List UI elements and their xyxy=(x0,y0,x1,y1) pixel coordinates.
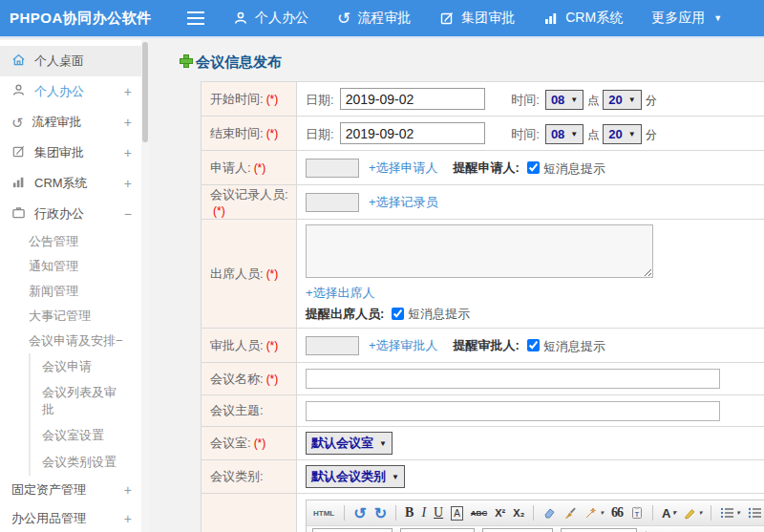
sidebar-item-crm[interactable]: CRM系统 + xyxy=(0,168,141,199)
sidebar-item-news[interactable]: 新闻管理 xyxy=(0,279,141,304)
superscript-button[interactable]: X² xyxy=(495,507,505,519)
sidebar-item-meeting-apply-arrange[interactable]: 会议申请及安排− xyxy=(0,329,141,353)
approver-sms-checkbox[interactable] xyxy=(527,339,540,351)
required-mark: (*) xyxy=(213,204,225,218)
sidebar-scrollbar[interactable] xyxy=(141,40,149,532)
attendees-textarea[interactable] xyxy=(306,224,653,278)
expand-plus-icon[interactable]: + xyxy=(124,482,132,498)
chart-icon xyxy=(543,11,559,26)
font-color-button[interactable]: A▾ xyxy=(662,506,676,521)
sidebar-item-meeting-apply[interactable]: 会议申请 xyxy=(31,353,141,380)
underline-button[interactable]: U xyxy=(434,505,443,521)
char-border-button[interactable]: A xyxy=(451,506,463,521)
top-bar: PHPOA协同办公软件 个人办公 ↺ 流程审批 集团审批 CRM系统 更多应用 … xyxy=(0,0,764,38)
expand-plus-icon[interactable]: + xyxy=(124,115,132,130)
strikethrough-button[interactable]: ABC xyxy=(471,509,487,518)
meeting-category-select[interactable]: 默认会议类别▼ xyxy=(306,465,405,488)
nav-crm-system[interactable]: CRM系统 xyxy=(543,10,623,27)
table-row: 会议主题: xyxy=(202,395,764,427)
applicant-input[interactable] xyxy=(306,159,359,178)
sidebar-item-workflow-approval[interactable]: ↺ 流程审批 + xyxy=(0,107,141,138)
italic-button[interactable]: I xyxy=(421,505,426,521)
remind-label: 提醒出席人员: xyxy=(306,307,384,321)
sidebar-item-label: 集团审批 xyxy=(34,144,84,161)
start-minute-select[interactable]: 20▼ xyxy=(603,90,641,110)
expand-plus-icon[interactable]: + xyxy=(124,511,132,526)
briefcase-icon xyxy=(11,205,26,223)
menu-icon[interactable] xyxy=(187,11,204,25)
chevron-down-icon: ▼ xyxy=(392,473,399,481)
meeting-subject-input[interactable] xyxy=(306,401,720,421)
sidebar-item-office-supplies[interactable]: 办公用品管理 + xyxy=(0,504,141,532)
expand-plus-icon[interactable]: + xyxy=(124,145,132,160)
end-date-input[interactable] xyxy=(340,122,485,144)
nav-group-approval[interactable]: 集团审批 xyxy=(439,10,515,27)
choose-recorder-link[interactable]: +选择记录员 xyxy=(369,195,438,209)
custom-heading-select[interactable]: 自定义标题▾ xyxy=(312,528,393,532)
paragraph-format-select[interactable]: 段落格式▾ xyxy=(400,528,475,532)
choose-approver-link[interactable]: +选择审批人 xyxy=(369,338,438,352)
attendees-sms-checkbox[interactable] xyxy=(392,308,404,320)
unordered-list-icon[interactable]: ▾ xyxy=(748,506,764,520)
table-row: 出席人员:(*) +选择出席人 提醒出席人员:短消息提示 xyxy=(202,220,764,329)
nav-more-apps[interactable]: 更多应用 ▼ xyxy=(651,10,722,27)
collapse-minus-icon[interactable]: − xyxy=(124,206,132,222)
sidebar-item-label: 会议列表及审批 xyxy=(42,384,122,417)
hour-unit: 点 xyxy=(587,128,599,141)
expand-plus-icon[interactable]: + xyxy=(124,84,132,99)
end-minute-select[interactable]: 20▼ xyxy=(603,124,641,144)
toolbar-separator xyxy=(652,505,653,521)
format-brush-icon[interactable] xyxy=(563,506,577,520)
field-label: 会议名称: xyxy=(210,372,264,386)
sidebar-item-announcements[interactable]: 公告管理 xyxy=(0,229,141,254)
scrollbar-thumb[interactable] xyxy=(142,42,148,142)
sidebar-item-meeting-list-approval[interactable]: 会议列表及审批 xyxy=(31,380,141,422)
choose-applicant-link[interactable]: +选择申请人 xyxy=(369,160,438,175)
nav-personal-office[interactable]: 个人办公 xyxy=(233,10,308,27)
required-mark: (*) xyxy=(254,161,266,175)
bold-button[interactable]: B xyxy=(405,505,414,521)
sidebar-item-meeting-category-settings[interactable]: 会议类别设置 xyxy=(31,449,141,476)
sidebar-item-admin-office[interactable]: 行政办公 − xyxy=(0,199,141,229)
html-source-button[interactable]: HTML xyxy=(312,508,335,519)
nav-label: CRM系统 xyxy=(565,10,623,27)
time-label: 时间: xyxy=(511,93,540,107)
end-hour-select[interactable]: 08▼ xyxy=(545,124,584,144)
highlight-pen-icon[interactable]: ▾ xyxy=(684,506,703,520)
sidebar-item-desktop[interactable]: 个人桌面 xyxy=(0,46,141,76)
nav-workflow-approval[interactable]: ↺ 流程审批 xyxy=(337,10,411,27)
subscript-button[interactable]: X₂ xyxy=(513,507,524,519)
font-size-select[interactable]: 字号▾ xyxy=(561,528,637,532)
field-label: 开始时间: xyxy=(210,92,264,106)
sidebar-item-meeting-room-settings[interactable]: 会议室设置 xyxy=(31,422,141,449)
person-icon xyxy=(233,11,248,26)
applicant-sms-checkbox[interactable] xyxy=(527,161,540,174)
chevron-down-icon: ▼ xyxy=(570,130,578,138)
expand-plus-icon[interactable]: + xyxy=(124,176,132,191)
meeting-name-input[interactable] xyxy=(306,369,720,389)
start-hour-select[interactable]: 08▼ xyxy=(545,90,584,110)
choose-attendees-link[interactable]: +选择出席人 xyxy=(306,286,375,300)
blockquote-button[interactable]: 66 xyxy=(611,505,623,521)
sidebar-item-fixed-assets[interactable]: 固定资产管理 + xyxy=(0,476,141,504)
sidebar-item-notices[interactable]: 通知管理 xyxy=(0,254,141,279)
start-date-input[interactable] xyxy=(340,88,485,110)
font-family-select[interactable]: 字体▾ xyxy=(482,528,553,532)
required-mark: (*) xyxy=(266,267,279,281)
eraser-icon[interactable] xyxy=(542,506,556,520)
sidebar-item-personal-office[interactable]: 个人办公 + xyxy=(0,76,141,107)
chevron-down-icon: ▼ xyxy=(379,439,387,448)
main-content: 会议信息发布 开始时间:(*) 日期: 时间:08▼点20▼分 结束时间:(*)… xyxy=(149,40,764,532)
process-icon: ↺ xyxy=(337,11,350,27)
approver-input[interactable] xyxy=(306,336,359,355)
sidebar-item-memorabilia[interactable]: 大事记管理 xyxy=(0,304,141,329)
sidebar-item-group-approval[interactable]: 集团审批 + xyxy=(0,138,141,168)
ordered-list-icon[interactable]: ▾ xyxy=(720,506,740,520)
recorder-input[interactable] xyxy=(306,193,359,212)
autoformat-icon[interactable]: ▾ xyxy=(584,506,604,520)
meeting-room-select[interactable]: 默认会议室▼ xyxy=(306,432,393,455)
paste-text-icon[interactable]: T xyxy=(630,506,644,520)
undo-icon[interactable]: ↺ xyxy=(353,504,366,522)
redo-icon[interactable]: ↻ xyxy=(374,504,387,522)
sidebar-item-label: 会议类别设置 xyxy=(42,454,122,471)
